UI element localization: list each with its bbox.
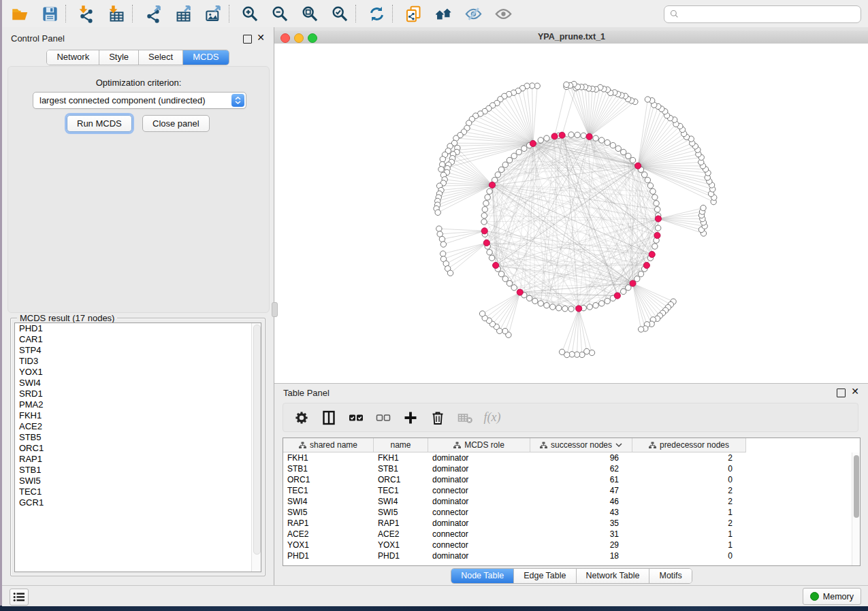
table-row[interactable]: PHD1PHD1dominator180 [283, 550, 746, 561]
cell-predecessor_nodes[interactable]: 2 [632, 485, 746, 496]
column-header-name[interactable]: name [374, 438, 428, 452]
cell-mcds_role[interactable]: dominator [428, 496, 530, 507]
network-node[interactable] [701, 205, 706, 210]
hide-selected-button[interactable] [461, 3, 485, 24]
cell-successor_nodes[interactable]: 46 [530, 496, 632, 507]
first-neighbors-button[interactable] [431, 3, 455, 24]
column-header-successor-nodes[interactable]: successor nodes [530, 438, 632, 452]
network-dominator-node[interactable] [481, 228, 487, 234]
cell-successor_nodes[interactable]: 35 [530, 518, 632, 529]
network-node[interactable] [562, 306, 568, 311]
network-node[interactable] [479, 311, 485, 316]
mcds-result-item[interactable]: STB1 [15, 465, 261, 476]
task-history-button[interactable] [10, 589, 29, 606]
cell-mcds_role[interactable]: dominator [428, 452, 530, 463]
network-node[interactable] [544, 135, 549, 141]
cell-mcds_role[interactable]: connector [428, 529, 530, 540]
gear-button[interactable] [293, 409, 310, 427]
mcds-result-item[interactable]: SWI5 [15, 476, 261, 486]
network-node[interactable] [502, 328, 508, 333]
cell-shared_name[interactable]: SWI5 [283, 507, 374, 518]
network-node[interactable] [495, 172, 500, 178]
network-node[interactable] [538, 301, 543, 306]
cell-mcds_role[interactable]: connector [428, 507, 530, 518]
network-node[interactable] [641, 172, 647, 178]
export-image-button[interactable] [201, 3, 225, 24]
network-node[interactable] [482, 207, 487, 212]
network-node[interactable] [511, 153, 517, 159]
network-node[interactable] [526, 295, 532, 301]
open-file-button[interactable] [7, 3, 32, 24]
cell-mcds_role[interactable]: connector [428, 540, 530, 550]
cell-name[interactable]: ORC1 [374, 474, 428, 485]
delete-table-button[interactable] [456, 409, 474, 427]
network-node[interactable] [615, 146, 621, 151]
network-node[interactable] [440, 242, 446, 247]
network-dominator-node[interactable] [551, 133, 558, 139]
close-table-panel-icon[interactable]: ✕ [851, 386, 859, 396]
network-node[interactable] [498, 167, 504, 172]
cell-successor_nodes[interactable]: 62 [530, 463, 632, 474]
memory-button[interactable]: Memory [803, 588, 861, 605]
network-node[interactable] [655, 225, 660, 231]
mcds-result-item[interactable]: SRD1 [15, 389, 261, 399]
network-node[interactable] [654, 207, 660, 212]
network-node[interactable] [439, 236, 445, 242]
cell-successor_nodes[interactable]: 31 [530, 529, 632, 540]
splitter-handle[interactable] [272, 302, 278, 317]
network-dominator-node[interactable] [576, 306, 582, 312]
cell-shared_name[interactable]: ORC1 [283, 474, 374, 485]
function-builder-button[interactable]: f(x) [483, 409, 501, 427]
cell-shared_name[interactable]: ACE2 [283, 529, 374, 540]
save-session-button[interactable] [37, 3, 62, 24]
tab-select[interactable]: Select [139, 50, 183, 65]
table-tab-edge-table[interactable]: Edge Table [514, 569, 576, 583]
network-node[interactable] [610, 142, 615, 148]
table-row[interactable]: ACE2ACE2connector311 [283, 529, 746, 540]
network-node[interactable] [621, 149, 626, 154]
network-node[interactable] [599, 137, 605, 143]
network-node[interactable] [581, 133, 586, 138]
network-node[interactable] [507, 280, 512, 286]
network-node[interactable] [593, 135, 598, 141]
zoom-in-button[interactable] [238, 3, 262, 24]
network-node[interactable] [626, 153, 631, 159]
cell-predecessor_nodes[interactable]: 2 [632, 452, 746, 463]
cell-successor_nodes[interactable]: 96 [530, 452, 632, 463]
cell-shared_name[interactable]: YOX1 [283, 540, 374, 550]
export-network-button[interactable] [141, 3, 165, 24]
cell-name[interactable]: RAP1 [374, 518, 428, 529]
network-node[interactable] [605, 139, 610, 145]
table-row[interactable]: STB1STB1dominator620 [283, 463, 746, 474]
show-all-button[interactable] [491, 3, 515, 24]
refresh-button[interactable] [364, 3, 389, 24]
network-dominator-node[interactable] [649, 251, 655, 257]
mcds-result-item[interactable]: PHD1 [15, 323, 261, 334]
cell-predecessor_nodes[interactable]: 2 [632, 496, 746, 507]
cell-successor_nodes[interactable]: 29 [530, 540, 632, 550]
cell-shared_name[interactable]: STB1 [283, 463, 374, 474]
cell-predecessor_nodes[interactable]: 0 [632, 550, 746, 561]
network-node[interactable] [507, 157, 512, 163]
network-node[interactable] [521, 146, 527, 151]
network-dominator-node[interactable] [559, 132, 565, 138]
mcds-result-item[interactable]: YOX1 [15, 367, 261, 378]
cell-name[interactable]: YOX1 [374, 540, 428, 550]
mcds-result-item[interactable]: CAR1 [15, 334, 261, 345]
criterion-select[interactable]: largest connected component (undirected) [33, 92, 246, 109]
close-panel-button[interactable]: Close panel [142, 115, 210, 132]
network-window-titlebar[interactable]: YPA_prune.txt_1 [274, 31, 868, 44]
network-node[interactable] [498, 271, 504, 277]
network-node[interactable] [630, 157, 635, 163]
tab-style[interactable]: Style [99, 50, 139, 65]
cell-successor_nodes[interactable]: 18 [530, 550, 632, 561]
network-node[interactable] [440, 156, 445, 162]
zoom-selected-button[interactable] [327, 3, 352, 24]
network-node[interactable] [481, 219, 487, 225]
tab-mcds[interactable]: MCDS [183, 50, 228, 65]
import-table-button[interactable] [104, 3, 129, 24]
network-dominator-node[interactable] [634, 163, 641, 169]
network-node[interactable] [435, 210, 440, 215]
mcds-result-item[interactable]: RAP1 [15, 454, 261, 465]
cell-successor_nodes[interactable]: 47 [530, 485, 632, 496]
